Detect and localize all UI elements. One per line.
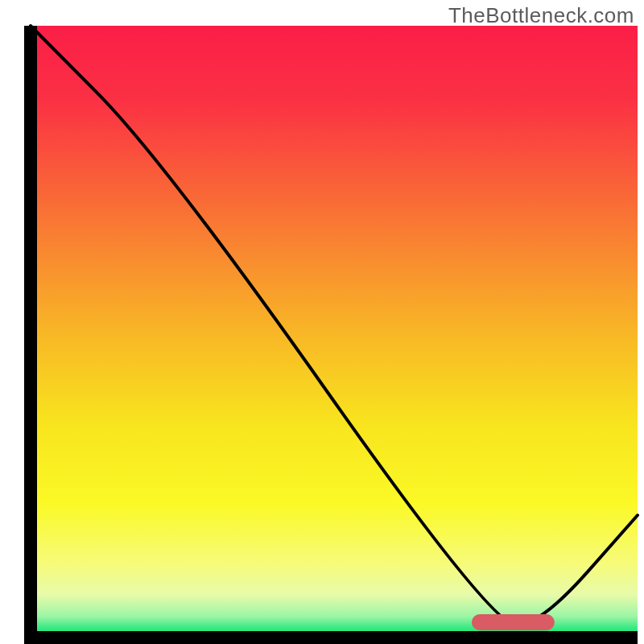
chart-frame: TheBottleneck.com — [0, 0, 644, 644]
watermark-text: TheBottleneck.com — [448, 3, 634, 28]
bottleneck-chart — [0, 0, 644, 644]
